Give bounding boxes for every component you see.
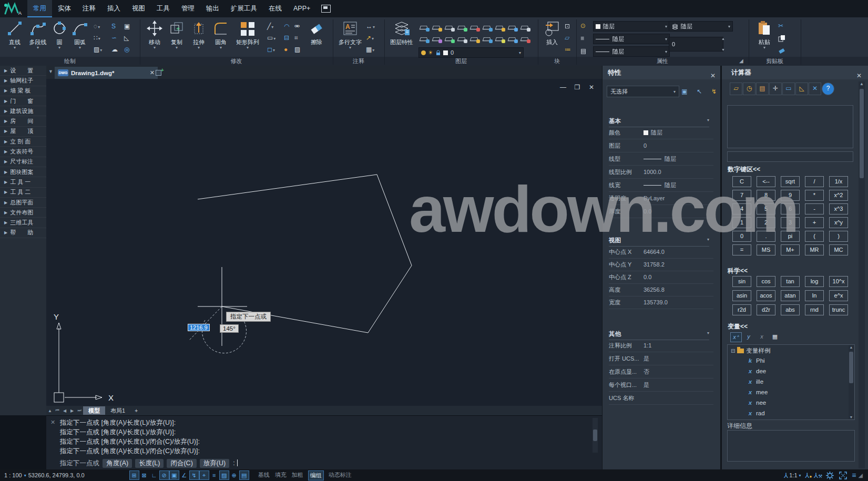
- layer-tool-icon-9[interactable]: [519, 23, 531, 32]
- command-panel[interactable]: ✕ 指定下一点或 角度(A)长度(L)闭合(C)放弃(U): 指定下一点或 [角…: [46, 415, 602, 470]
- copy-button[interactable]: + 复制▾: [166, 20, 187, 49]
- menu-tab-视图[interactable]: 视图: [126, 0, 151, 17]
- calc-key-<--[interactable]: <--: [757, 176, 775, 187]
- spinner-arrows[interactable]: ▲▼: [721, 37, 725, 52]
- variable-item-nee[interactable]: xnee: [747, 400, 766, 406]
- dropdown-icon[interactable]: ▾: [210, 46, 231, 49]
- layer-tool-icon-5[interactable]: [469, 23, 481, 32]
- status-toggle-基线[interactable]: 基线: [258, 471, 270, 480]
- calc-key-.[interactable]: .: [757, 231, 775, 242]
- linetype-select[interactable]: 随层 ▾: [593, 34, 670, 44]
- length-input[interactable]: 1216.9: [188, 324, 210, 331]
- property-value[interactable]: 随层: [644, 129, 713, 137]
- command-option-放弃(U)[interactable]: 放弃(U): [200, 459, 229, 468]
- status-icon-4[interactable]: ⊘: [160, 471, 169, 479]
- annotation-autoscale-icon[interactable]: ⅄⚒: [814, 472, 822, 479]
- viewport-scale[interactable]: 1 : 100: [4, 472, 22, 478]
- layer-tool-icon-6[interactable]: [482, 23, 493, 32]
- linetype-icon[interactable]: ▤: [580, 47, 586, 55]
- spline-edit-icon[interactable]: ∽: [111, 34, 117, 42]
- stretch-button[interactable]: 拉伸▾: [188, 20, 209, 49]
- command-scrollbar[interactable]: [593, 418, 598, 453]
- command-option-闭合(C)[interactable]: 闭合(C): [167, 459, 196, 468]
- fullscreen-icon[interactable]: [839, 472, 847, 479]
- calc-key-0[interactable]: 0: [732, 231, 751, 242]
- status-toggle-动态标注[interactable]: 动态标注: [329, 471, 352, 480]
- property-value[interactable]: 否: [644, 368, 713, 376]
- tab-model[interactable]: 模型: [83, 406, 105, 415]
- status-toggle-填充[interactable]: 填充: [275, 471, 287, 480]
- status-icon-12[interactable]: ▤: [240, 471, 249, 479]
- calc-key-3[interactable]: 3: [781, 217, 800, 228]
- menu-tab-扩展工具[interactable]: 扩展工具: [225, 0, 263, 17]
- property-value[interactable]: 随层: [644, 155, 713, 163]
- variables-section-label[interactable]: 变量<<: [728, 322, 748, 331]
- calc-key-atan[interactable]: atan: [781, 290, 800, 301]
- sidebar-item-16[interactable]: ▶三维工具: [0, 218, 46, 228]
- explode-icon[interactable]: ◻▾: [267, 46, 275, 54]
- calc-key-2[interactable]: 2: [757, 217, 775, 228]
- trim-icon[interactable]: ╱▾: [267, 23, 273, 31]
- rect-array-button[interactable]: 矩形阵列▾: [232, 20, 263, 49]
- blend-icon[interactable]: ●: [284, 46, 288, 53]
- polyline-button[interactable]: 多段线▾: [26, 20, 49, 49]
- match-properties-icon[interactable]: [778, 46, 785, 54]
- circle-button[interactable]: 圆▾: [50, 20, 68, 49]
- sidebar-item-9[interactable]: ▶文表符号: [0, 147, 46, 157]
- property-value[interactable]: 0: [644, 142, 713, 149]
- calc-key-x^3[interactable]: x^3: [829, 203, 848, 214]
- layer-tool-icon-15[interactable]: [482, 34, 493, 44]
- toggle-pickadd-icon[interactable]: ↯: [708, 86, 720, 97]
- dropdown-icon[interactable]: ▾: [166, 46, 187, 49]
- property-value[interactable]: 是: [644, 355, 713, 363]
- dropdown-icon[interactable]: ▾: [665, 49, 667, 54]
- spline-icon[interactable]: S: [111, 23, 116, 30]
- calculator-close-icon[interactable]: ✕: [856, 69, 862, 83]
- variable-item-dee[interactable]: xdee: [747, 368, 766, 374]
- anno-dropdown-icon[interactable]: ▾: [799, 473, 801, 478]
- sidebar-item-4[interactable]: ▶门 窗: [0, 96, 46, 106]
- edit-variable-icon[interactable]: y: [743, 332, 754, 341]
- status-icon-8[interactable]: ⌖: [200, 471, 209, 479]
- calc-key-MR[interactable]: MR: [805, 244, 824, 255]
- calc-key-acos[interactable]: acos: [757, 290, 775, 301]
- nav-last-icon[interactable]: ⏭: [76, 408, 83, 413]
- nav-up-icon[interactable]: ▲: [46, 408, 54, 413]
- layer-properties-button[interactable]: 图层特性: [387, 20, 416, 46]
- calc-key-1[interactable]: 1: [732, 217, 751, 228]
- fillet-button[interactable]: 圆角▾: [210, 20, 231, 49]
- variable-item-ille[interactable]: xille: [747, 378, 763, 385]
- sidebar-item-1[interactable]: ▶设 置: [0, 66, 46, 76]
- calc-key-e^x[interactable]: e^x: [829, 290, 848, 301]
- menu-tab-管理[interactable]: 管理: [176, 0, 200, 17]
- table-icon[interactable]: ▦▾: [366, 46, 374, 54]
- erase-button[interactable]: 擦除: [305, 20, 328, 46]
- command-option-长度(L)[interactable]: 长度(L): [135, 459, 164, 468]
- rotate-icon[interactable]: ◠: [284, 23, 289, 30]
- calc-help-icon[interactable]: ?: [822, 83, 834, 95]
- property-value[interactable]: 是: [644, 381, 713, 389]
- new-variable-icon[interactable]: x⁺: [730, 332, 742, 342]
- scientific-section-label[interactable]: 科学<<: [728, 267, 748, 275]
- section-collapse-icon[interactable]: ▾: [707, 331, 709, 335]
- block-attributes-icon[interactable]: ≔: [565, 46, 571, 53]
- status-toggle-编组[interactable]: 编组: [309, 471, 323, 480]
- rectangle-icon[interactable]: ▣: [124, 23, 130, 30]
- dropdown-icon[interactable]: ▾: [144, 46, 165, 49]
- calc-key-ln[interactable]: ln: [805, 290, 824, 301]
- calc-key-+[interactable]: +: [805, 217, 824, 228]
- dropdown-icon[interactable]: ▾: [665, 24, 667, 29]
- quick-select-icon[interactable]: ▣: [678, 86, 691, 97]
- ellipse-icon[interactable]: ◎: [124, 46, 129, 53]
- sidebar-item-14[interactable]: ▶总图平面: [0, 198, 46, 208]
- doc-minimize-button[interactable]: —: [557, 83, 569, 91]
- dropdown-icon[interactable]: ▾: [336, 46, 364, 49]
- settings-gear-icon[interactable]: [826, 472, 834, 479]
- dropdown-icon[interactable]: ▾: [232, 46, 263, 49]
- tab-layout1[interactable]: 布局1: [105, 406, 130, 415]
- layer-tool-icon-11[interactable]: [431, 34, 443, 44]
- sidebar-item-2[interactable]: ▶轴网柱子: [0, 76, 46, 86]
- calc-key-*[interactable]: *: [805, 190, 824, 201]
- new-tab-icon[interactable]: [156, 68, 164, 76]
- status-icon-1[interactable]: ⊞: [130, 471, 139, 479]
